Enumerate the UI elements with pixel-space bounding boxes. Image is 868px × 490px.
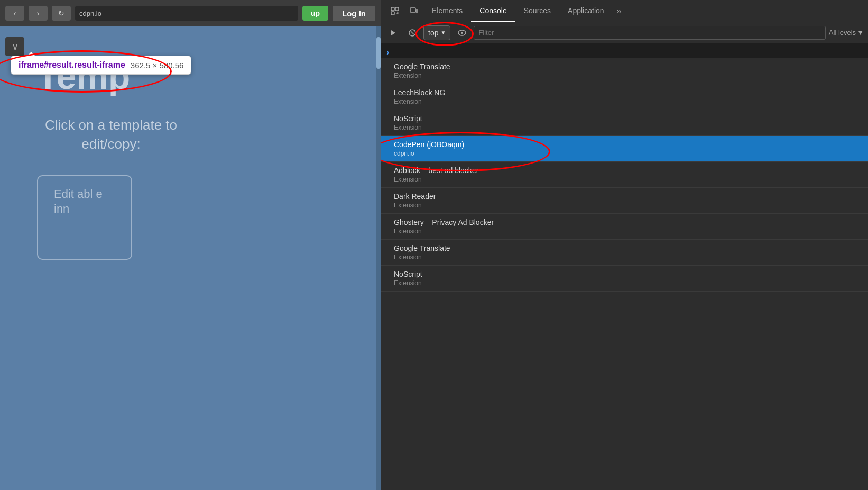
device-toggle-button[interactable]: [404, 0, 423, 22]
webpage-panel: ‹ › ↻ up Log In iframe#result.result-ifr…: [0, 0, 381, 490]
svg-rect-1: [395, 7, 399, 11]
context-item[interactable]: CodePen (jOBOaqm)cdpn.io: [381, 136, 868, 162]
context-item-sub: Extension: [394, 72, 855, 79]
devtools-panel: Elements Console Sources Application »: [381, 0, 868, 490]
context-item[interactable]: NoScriptExtension: [381, 266, 868, 292]
context-item[interactable]: Google TranslateExtension: [381, 58, 868, 84]
run-icon-button[interactable]: [385, 27, 401, 39]
context-item[interactable]: Google TranslateExtension: [381, 240, 868, 266]
context-item-name: Google Translate: [394, 62, 855, 71]
console-arrow-indicator: ›: [386, 48, 389, 57]
tab-sources[interactable]: Sources: [515, 0, 559, 22]
chevron-down-icon: ∨: [12, 41, 19, 52]
page-dropdown-button[interactable]: ∨: [5, 37, 24, 56]
tab-application-label: Application: [568, 6, 604, 15]
context-item[interactable]: Ghostery – Privacy Ad BlockerExtension: [381, 214, 868, 240]
context-item[interactable]: Dark ReaderExtension: [381, 188, 868, 214]
more-tabs-button[interactable]: »: [613, 0, 626, 22]
context-item-sub: Extension: [394, 253, 855, 261]
context-item[interactable]: Adblock – best ad blockerExtension: [381, 162, 868, 188]
scrollbar-thumb[interactable]: [376, 37, 381, 69]
up-button[interactable]: up: [302, 6, 328, 21]
login-button[interactable]: Log In: [333, 6, 375, 21]
context-item-sub: Extension: [394, 279, 855, 287]
svg-rect-3: [410, 8, 415, 12]
tab-elements[interactable]: Elements: [423, 0, 471, 22]
nav-back-button[interactable]: ‹: [5, 6, 24, 21]
dropdown-arrow-icon: ▼: [440, 30, 446, 35]
devtools-toolbar: top ▼ All levels ▼: [381, 22, 868, 43]
svg-rect-2: [391, 12, 394, 15]
page-description: Click on a template to edit/copy:: [37, 115, 185, 154]
filter-input[interactable]: [474, 26, 825, 40]
context-dropdown-list: Google TranslateExtensionLeechBlock NGEx…: [381, 58, 868, 490]
nav-refresh-button[interactable]: ↻: [52, 6, 71, 21]
stop-icon-button[interactable]: [404, 27, 420, 39]
all-levels-label: All levels: [829, 29, 856, 37]
browser-area: ‹ › ↻ up Log In iframe#result.result-ifr…: [0, 0, 868, 490]
context-item-sub: Extension: [394, 176, 855, 183]
context-item-name: CodePen (jOBOaqm): [394, 140, 855, 149]
tab-console-label: Console: [479, 6, 506, 15]
top-label: top: [428, 29, 438, 37]
svg-marker-5: [391, 30, 395, 35]
tooltip-dimensions: 362.5 × 580.56: [131, 61, 184, 70]
svg-rect-0: [391, 7, 394, 11]
context-item-sub: Extension: [394, 228, 855, 235]
url-bar[interactable]: [75, 6, 298, 21]
tooltip-tag: iframe#result.result-iframe: [19, 60, 125, 70]
browser-toolbar: ‹ › ↻ up Log In: [0, 0, 381, 26]
page-content: ∨ Temp Click on a template to edit/copy:…: [0, 26, 381, 490]
template-card-text: Edit abl e inn: [54, 187, 115, 217]
tab-sources-label: Sources: [524, 6, 551, 15]
all-levels-arrow-icon: ▼: [857, 29, 864, 37]
context-item[interactable]: NoScriptExtension: [381, 110, 868, 136]
context-item-name: Dark Reader: [394, 192, 855, 201]
scrollbar-track: [376, 26, 381, 490]
context-item-name: Google Translate: [394, 244, 855, 252]
context-selector[interactable]: top ▼: [423, 25, 450, 40]
page-main: Temp Click on a template to edit/copy: E…: [37, 58, 185, 260]
context-item-sub: Extension: [394, 124, 855, 131]
nav-forward-button[interactable]: ›: [29, 6, 48, 21]
tab-console[interactable]: Console: [471, 0, 515, 22]
context-item-name: NoScript: [394, 270, 855, 278]
svg-rect-4: [416, 10, 418, 12]
template-card[interactable]: Edit abl e inn: [37, 175, 132, 260]
svg-point-9: [461, 32, 463, 34]
context-item-sub: Extension: [394, 202, 855, 209]
element-tooltip: iframe#result.result-iframe 362.5 × 580.…: [11, 56, 191, 75]
context-item-name: Adblock – best ad blocker: [394, 166, 855, 175]
context-item-name: NoScript: [394, 114, 855, 123]
context-item[interactable]: LeechBlock NGExtension: [381, 84, 868, 110]
devtools-tabbar: Elements Console Sources Application »: [381, 0, 868, 22]
svg-line-7: [411, 31, 414, 34]
context-item-sub: Extension: [394, 98, 855, 105]
inspector-icon-button[interactable]: [385, 0, 404, 22]
eye-icon-button[interactable]: [454, 28, 470, 38]
all-levels-button[interactable]: All levels ▼: [829, 29, 864, 37]
tab-application[interactable]: Application: [559, 0, 613, 22]
context-item-name: Ghostery – Privacy Ad Blocker: [394, 218, 855, 226]
context-item-sub: cdpn.io: [394, 150, 855, 157]
tab-elements-label: Elements: [432, 6, 463, 15]
context-item-name: LeechBlock NG: [394, 88, 855, 97]
